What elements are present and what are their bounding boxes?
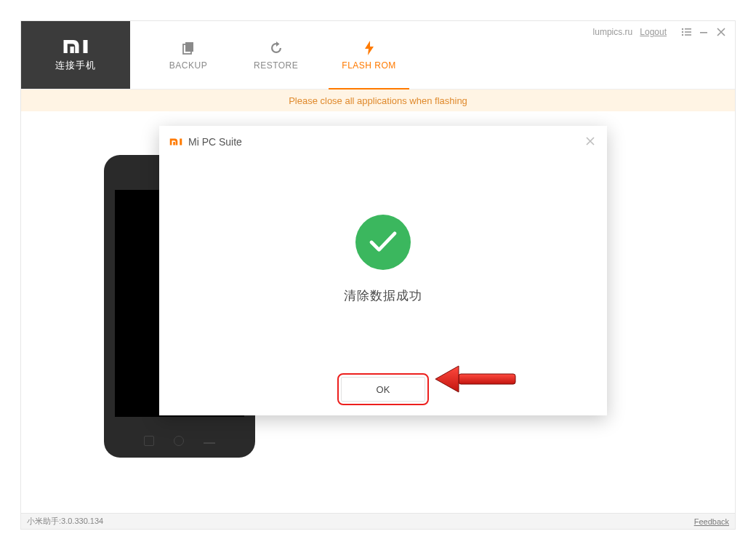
dialog-title: Mi PC Suite: [188, 136, 242, 148]
svg-rect-8: [700, 32, 707, 33]
phone-nav-icons: [104, 436, 255, 446]
sidebar-connect-label: 连接手机: [55, 59, 96, 72]
status-bar: 小米助手:3.0.330.134 Feedback: [21, 513, 735, 529]
dialog-body: 清除数据成功: [159, 158, 607, 363]
mi-logo-icon: [63, 39, 89, 55]
svg-rect-5: [685, 31, 691, 33]
backup-icon: [180, 40, 196, 56]
ok-highlight: OK: [337, 373, 429, 405]
svg-point-2: [682, 28, 683, 30]
tab-flash-label: FLASH ROM: [342, 60, 396, 71]
feedback-link[interactable]: Feedback: [694, 517, 729, 526]
mi-small-icon: [169, 138, 182, 146]
svg-rect-1: [185, 42, 193, 52]
success-dialog: Mi PC Suite 清除数据成功 OK: [159, 126, 607, 415]
flash-icon: [361, 40, 377, 56]
top-right-controls: lumpics.ru Logout: [593, 27, 726, 37]
tab-backup-label: BACKUP: [169, 60, 207, 71]
dialog-close-icon[interactable]: [584, 135, 597, 148]
header: 连接手机 BACKUP RESTORE FLASH ROM: [21, 21, 735, 89]
tab-flash-rom[interactable]: FLASH ROM: [342, 21, 396, 89]
minimize-icon[interactable]: [699, 27, 709, 37]
svg-point-4: [682, 31, 683, 33]
sidebar-connect-tile[interactable]: 连接手机: [21, 21, 130, 89]
svg-rect-7: [685, 34, 691, 36]
window-close-icon[interactable]: [716, 27, 726, 37]
tab-restore-label: RESTORE: [254, 60, 298, 71]
logout-link[interactable]: Logout: [640, 27, 667, 37]
dialog-header: Mi PC Suite: [159, 126, 607, 158]
ok-button[interactable]: OK: [341, 377, 425, 402]
success-check-icon: [355, 215, 411, 270]
tabs: BACKUP RESTORE FLASH ROM: [130, 21, 396, 89]
svg-point-6: [682, 34, 683, 36]
dialog-footer: OK: [159, 363, 607, 415]
window-controls: [681, 27, 726, 37]
tab-backup[interactable]: BACKUP: [166, 21, 210, 89]
svg-rect-3: [685, 28, 691, 30]
main-body: MI Mi PC Suite 清除数据成功: [21, 111, 735, 513]
version-label: 小米助手:3.0.330.134: [27, 516, 103, 527]
warning-text: Please close all applications when flash…: [289, 95, 467, 106]
menu-icon[interactable]: [681, 27, 691, 37]
warning-banner: Please close all applications when flash…: [21, 89, 735, 111]
dialog-message: 清除数据成功: [344, 287, 422, 304]
tab-restore[interactable]: RESTORE: [254, 21, 298, 89]
site-label: lumpics.ru: [593, 27, 633, 37]
restore-icon: [268, 40, 284, 56]
app-window: 连接手机 BACKUP RESTORE FLASH ROM: [20, 20, 736, 530]
